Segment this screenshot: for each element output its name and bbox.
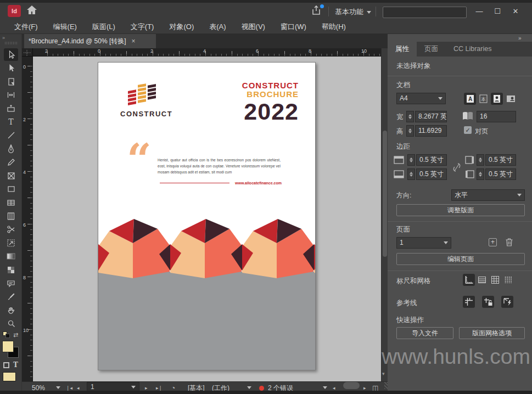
- formatting-affects-container-icon[interactable]: [3, 362, 9, 368]
- vertical-ruler[interactable]: 0246810: [22, 57, 33, 381]
- margin-left-stepper[interactable]: [477, 168, 484, 180]
- margin-right-stepper[interactable]: [477, 154, 484, 166]
- document-page[interactable]: CONSTRUCT CONSTRUCT BROCHURE 2022 “ Heni…: [98, 62, 316, 370]
- note-tool[interactable]: [4, 277, 18, 290]
- apply-color-swatch[interactable]: [3, 372, 16, 381]
- type-tool[interactable]: T: [4, 116, 18, 128]
- gap-tool[interactable]: [4, 89, 18, 102]
- import-file-button[interactable]: 导入文件: [396, 327, 453, 339]
- layout-grid-options-button[interactable]: 版面网格选项: [459, 327, 525, 339]
- show-guides-icon[interactable]: [463, 296, 475, 308]
- margin-top-field[interactable]: 0.5 英寸: [416, 154, 447, 166]
- menu-item-4[interactable]: 对象(O): [161, 20, 201, 33]
- content-collector-tool[interactable]: [4, 102, 18, 115]
- tab-close-icon[interactable]: ×: [132, 37, 136, 45]
- canvas-pasteboard[interactable]: CONSTRUCT CONSTRUCT BROCHURE 2022 “ Heni…: [33, 57, 381, 381]
- orientation-select[interactable]: 水平: [451, 189, 525, 201]
- document-section-label: 文档: [396, 81, 410, 90]
- doc-intent-cjk-icon[interactable]: 本: [477, 93, 489, 105]
- pencil-tool[interactable]: [4, 156, 18, 168]
- toolbar-collapse-icon[interactable]: »: [2, 35, 4, 41]
- gradient-tool[interactable]: [4, 250, 18, 263]
- line-tool[interactable]: [4, 129, 18, 142]
- rulers-icon[interactable]: [463, 274, 475, 286]
- free-transform-tool[interactable]: [4, 237, 18, 249]
- direct-selection-tool[interactable]: [4, 62, 18, 75]
- margin-bottom-stepper[interactable]: [407, 168, 415, 180]
- zoom-tool[interactable]: [4, 317, 18, 330]
- margin-bottom-field[interactable]: 0.5 英寸: [416, 168, 447, 180]
- orientation-portrait-icon[interactable]: [491, 93, 503, 105]
- horizontal-ruler[interactable]: 20246810: [33, 48, 381, 57]
- swap-fill-stroke-icon[interactable]: ⇄: [13, 331, 18, 339]
- eyedropper-tool[interactable]: [4, 290, 18, 303]
- height-stepper[interactable]: [406, 125, 414, 137]
- scissors-tool[interactable]: [4, 223, 18, 236]
- add-page-button[interactable]: +: [489, 238, 497, 246]
- home-icon[interactable]: [26, 5, 37, 17]
- error-dot: [259, 386, 264, 391]
- minimize-button[interactable]: —: [472, 6, 486, 17]
- tab-pages[interactable]: 页面: [417, 42, 446, 57]
- default-fill-stroke-icon[interactable]: [3, 331, 10, 338]
- v-ruler-label: 2: [23, 117, 26, 122]
- ruler-origin-corner[interactable]: [22, 48, 33, 57]
- toolbar-grip[interactable]: [5, 42, 17, 44]
- margin-top-icon: [394, 156, 404, 166]
- menu-item-1[interactable]: 编辑(E): [46, 20, 85, 33]
- adjust-layout-button[interactable]: 调整版面: [396, 204, 525, 216]
- search-input[interactable]: [383, 7, 467, 18]
- maximize-button[interactable]: ☐: [490, 6, 505, 17]
- tab-cc-libraries[interactable]: CC Libraries: [446, 42, 499, 57]
- formatting-affects-text-icon[interactable]: T: [13, 361, 18, 369]
- broken-link-icon[interactable]: [452, 162, 461, 175]
- menu-item-6[interactable]: 视图(V): [234, 20, 273, 33]
- width-field[interactable]: 8.2677 英寸: [415, 111, 447, 122]
- baseline-grid-icon[interactable]: [476, 274, 488, 286]
- vertical-scrollbar[interactable]: ▾: [381, 48, 388, 381]
- horizontal-scrollbar-thumb[interactable]: [343, 382, 360, 389]
- gradient-feather-tool[interactable]: [4, 263, 18, 276]
- vertical-grid-tool[interactable]: [4, 210, 18, 222]
- margin-right-field[interactable]: 0.5 英寸: [485, 154, 516, 166]
- doc-intent-print-icon[interactable]: A: [464, 93, 476, 105]
- document-tab[interactable]: *Brochure_A4.indd @ 50% [转换] ×: [24, 34, 156, 48]
- menu-item-5[interactable]: 表(A): [201, 20, 233, 33]
- margin-left-field[interactable]: 0.5 英寸: [485, 168, 516, 180]
- rectangle-tool[interactable]: [4, 183, 18, 195]
- close-button[interactable]: ✕: [508, 6, 523, 17]
- current-page-select[interactable]: 1: [396, 237, 451, 249]
- document-grid-icon[interactable]: [489, 274, 501, 286]
- scroll-down-icon[interactable]: ▾: [382, 371, 385, 376]
- height-field[interactable]: 11.6929: [415, 125, 447, 137]
- menu-item-2[interactable]: 版面(L): [85, 20, 123, 33]
- tab-properties[interactable]: 属性: [388, 42, 417, 57]
- layout-grid-icon[interactable]: [502, 274, 514, 286]
- menu-item-3[interactable]: 文字(T): [123, 20, 162, 33]
- selection-tool[interactable]: [4, 48, 18, 61]
- pages-count-field[interactable]: 16: [477, 111, 516, 122]
- width-stepper[interactable]: [406, 111, 414, 122]
- orientation-landscape-icon[interactable]: [505, 93, 517, 105]
- smart-guides-icon[interactable]: [501, 296, 513, 308]
- workspace-switcher[interactable]: 基本功能: [335, 7, 371, 17]
- pen-tool[interactable]: [4, 143, 18, 155]
- delete-page-icon[interactable]: [505, 238, 513, 249]
- lock-guides-icon[interactable]: [482, 296, 494, 308]
- menu-item-8[interactable]: 帮助(H): [314, 20, 354, 33]
- indesign-logo-icon: Id: [8, 5, 21, 17]
- menu-item-7[interactable]: 窗口(W): [273, 20, 314, 33]
- margin-top-stepper[interactable]: [407, 154, 415, 166]
- rulers-grids-label: 标尺和网格: [396, 277, 431, 286]
- page-size-select[interactable]: A4: [396, 93, 446, 104]
- page-tool[interactable]: [4, 75, 18, 88]
- menu-item-0[interactable]: 文件(F): [7, 20, 46, 33]
- frame-tool[interactable]: [4, 170, 18, 182]
- edit-pages-button[interactable]: 编辑页面: [396, 253, 525, 265]
- facing-pages-checkbox[interactable]: ✓: [464, 126, 472, 134]
- hand-tool[interactable]: [4, 304, 18, 317]
- panel-collapse-icon[interactable]: »: [518, 35, 521, 41]
- fill-swatch[interactable]: [2, 341, 14, 352]
- vertical-scrollbar-thumb[interactable]: [383, 131, 387, 257]
- horizontal-grid-tool[interactable]: [4, 196, 18, 209]
